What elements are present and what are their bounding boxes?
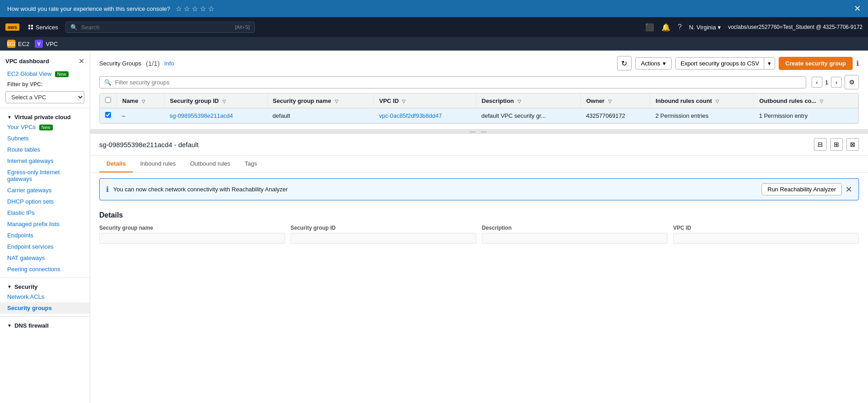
star-rating[interactable]: ☆ ☆ ☆ ☆ ☆ xyxy=(175,5,214,13)
sidebar-item-egress-gateways[interactable]: Egress-only Internet gateways xyxy=(0,167,90,185)
star-3[interactable]: ☆ xyxy=(192,5,198,13)
header-actions: ↻ Actions ▾ Export security groups to CS… xyxy=(617,56,859,70)
sidebar-item-carrier-gateways[interactable]: Carrier gateways xyxy=(0,185,90,196)
help-icon[interactable]: ? xyxy=(678,23,682,31)
sidebar-section-vpc[interactable]: ▼ Virtual private cloud xyxy=(0,111,90,121)
detail-vpc-id: VPC ID xyxy=(673,225,859,244)
detail-description-label: Description xyxy=(482,225,668,231)
sidebar-item-global-view[interactable]: EC2 Global View xyxy=(0,68,90,79)
services-button[interactable]: Services xyxy=(28,24,58,31)
page-number: 1 xyxy=(825,79,828,86)
search-input[interactable] xyxy=(81,24,231,31)
sg-id-sort-icon[interactable]: ▽ xyxy=(222,99,226,104)
sidebar-item-subnets[interactable]: Subnets xyxy=(0,133,90,144)
next-page-button[interactable]: › xyxy=(831,77,842,88)
sidebar-item-peering[interactable]: Peering connections xyxy=(0,264,90,275)
breadcrumb-vpc-label: VPC xyxy=(46,41,58,47)
sidebar-item-your-vpcs[interactable]: Your VPCs New xyxy=(0,121,90,133)
prev-page-button[interactable]: ‹ xyxy=(812,77,822,88)
details-section: Details Security group name Security gro… xyxy=(90,206,868,249)
sidebar-item-prefix-lists[interactable]: Managed prefix lists xyxy=(0,218,90,230)
row-sg-id: sg-098955398e211acd4 xyxy=(164,108,267,123)
row-checkbox[interactable] xyxy=(105,112,111,118)
top-content: Security Groups (1/1) Info ↻ Actions ▾ E… xyxy=(90,51,868,130)
refresh-button[interactable]: ↻ xyxy=(617,56,632,70)
table-row[interactable]: – sg-098955398e211acd4 default vpc-0ac85… xyxy=(100,108,859,123)
col-owner: Owner ▽ xyxy=(581,93,650,108)
banner-close-button[interactable]: ✕ xyxy=(854,4,861,14)
aws-logo[interactable]: aws xyxy=(5,23,19,31)
info-link[interactable]: Info xyxy=(164,60,174,67)
star-4[interactable]: ☆ xyxy=(200,5,206,13)
create-security-group-button[interactable]: Create security group xyxy=(779,57,853,70)
sidebar-item-nat-gateways[interactable]: NAT gateways xyxy=(0,252,90,264)
security-groups-table: Name ▽ Security group ID ▽ Security grou… xyxy=(100,93,859,123)
sidebar-item-route-tables[interactable]: Route tables xyxy=(0,144,90,155)
star-5[interactable]: ☆ xyxy=(208,5,214,13)
sidebar-section-security[interactable]: ▼ Security xyxy=(0,281,90,291)
panel-maximize-button[interactable]: ⊠ xyxy=(846,138,859,151)
col-name: Name ▽ xyxy=(117,93,165,108)
export-button[interactable]: Export security groups to CSV xyxy=(676,58,763,69)
info-banner-text: You can now check network connectivity w… xyxy=(113,186,288,193)
run-reachability-analyzer-button[interactable]: Run Reachability Analyzer xyxy=(762,183,842,195)
bell-icon[interactable]: 🔔 xyxy=(661,23,670,32)
outbound-sort-icon[interactable]: ▽ xyxy=(820,99,823,104)
tab-outbound-rules[interactable]: Outbound rules xyxy=(183,156,237,172)
select-all-checkbox[interactable] xyxy=(105,97,111,103)
vpc-id-sort-icon[interactable]: ▽ xyxy=(402,99,406,104)
cloud-icon[interactable]: ⬛ xyxy=(645,23,654,32)
sg-name-sort-icon[interactable]: ▽ xyxy=(335,99,338,104)
owner-sort-icon[interactable]: ▽ xyxy=(608,99,612,104)
col-description: Description ▽ xyxy=(476,93,581,108)
filter-bar[interactable]: 🔍 xyxy=(99,76,806,88)
detail-tabs: Details Inbound rules Outbound rules Tag… xyxy=(90,156,868,173)
vpc-select[interactable]: Select a VPC xyxy=(5,91,84,103)
close-banner-button[interactable]: ✕ xyxy=(845,185,852,195)
export-dropdown-button[interactable]: ▾ xyxy=(764,58,775,69)
panel-split-vertical-button[interactable]: ⊞ xyxy=(830,138,843,151)
info-icon-top[interactable]: ℹ xyxy=(856,59,859,68)
info-circle-icon: ℹ xyxy=(106,185,109,194)
sidebar-item-network-acls[interactable]: Network ACLs xyxy=(0,291,90,302)
panel-split-horizontal-button[interactable]: ⊟ xyxy=(814,138,826,151)
breadcrumb-vpc[interactable]: V VPC xyxy=(35,40,58,48)
panel-resizer[interactable]: — — xyxy=(90,130,868,133)
detail-sg-id-label: Security group ID xyxy=(291,225,476,231)
banner-left: How would you rate your experience with … xyxy=(7,5,214,13)
sidebar-item-dhcp[interactable]: DHCP option sets xyxy=(0,196,90,207)
row-inbound-count: 2 Permission entries xyxy=(650,108,754,123)
star-2[interactable]: ☆ xyxy=(184,5,190,13)
search-bar[interactable]: 🔍 [Alt+S] xyxy=(65,22,255,33)
sidebar-item-endpoints[interactable]: Endpoints xyxy=(0,230,90,241)
breadcrumb-ec2-label: EC2 xyxy=(18,41,29,47)
sidebar-section-dns[interactable]: ▼ DNS firewall xyxy=(0,320,90,330)
navbar: aws Services 🔍 [Alt+S] ⬛ 🔔 ? N. Virginia… xyxy=(0,17,868,37)
tab-tags[interactable]: Tags xyxy=(237,156,264,172)
filter-input[interactable] xyxy=(115,79,801,86)
sidebar-divider-2 xyxy=(0,278,90,278)
inbound-sort-icon[interactable]: ▽ xyxy=(716,99,719,104)
sidebar-item-elastic-ips[interactable]: Elastic IPs xyxy=(0,207,90,218)
name-sort-icon[interactable]: ▽ xyxy=(142,99,145,104)
sidebar-dashboard-title: VPC dashboard xyxy=(5,58,49,65)
detail-description: Description xyxy=(482,225,668,244)
table-settings-button[interactable]: ⚙ xyxy=(845,75,859,89)
sidebar-close-button[interactable]: ✕ xyxy=(78,57,84,65)
desc-sort-icon[interactable]: ▽ xyxy=(517,99,521,104)
details-grid: Security group name Security group ID De… xyxy=(99,225,859,244)
sidebar-item-endpoint-services[interactable]: Endpoint services xyxy=(0,241,90,252)
region-selector[interactable]: N. Virginia ▾ xyxy=(689,24,721,31)
sidebar-item-security-groups[interactable]: Security groups xyxy=(0,302,90,314)
aws-logo-box: aws xyxy=(5,23,19,31)
region-chevron-icon: ▾ xyxy=(718,24,721,31)
actions-button[interactable]: Actions ▾ xyxy=(635,57,672,69)
tab-details[interactable]: Details xyxy=(99,156,133,172)
breadcrumb-ec2[interactable]: EC2 EC2 xyxy=(7,40,29,48)
chevron-down-icon: ▼ xyxy=(7,115,12,120)
ec2-icon: EC2 xyxy=(7,40,15,48)
tab-inbound-rules[interactable]: Inbound rules xyxy=(133,156,183,172)
star-1[interactable]: ☆ xyxy=(175,5,182,13)
sidebar-item-internet-gateways[interactable]: Internet gateways xyxy=(0,155,90,167)
sidebar-header: VPC dashboard ✕ xyxy=(0,54,90,68)
